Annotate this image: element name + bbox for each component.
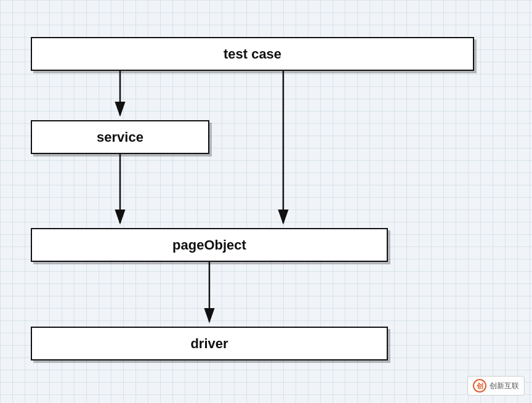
testcase-label: test case — [224, 46, 281, 62]
pageobject-label: pageObject — [172, 237, 246, 253]
box-driver: driver — [31, 327, 388, 360]
watermark: 创 创新互联 — [467, 376, 525, 396]
watermark-text: 创新互联 — [490, 381, 519, 391]
diagram-container: test case service pageObject driver — [18, 18, 499, 376]
driver-label: driver — [190, 336, 228, 352]
arrows-svg — [18, 18, 499, 376]
box-pageobject: pageObject — [31, 228, 388, 262]
service-label: service — [97, 129, 143, 145]
box-testcase: test case — [31, 37, 474, 71]
watermark-icon: 创 — [473, 379, 486, 393]
box-service: service — [31, 120, 209, 154]
